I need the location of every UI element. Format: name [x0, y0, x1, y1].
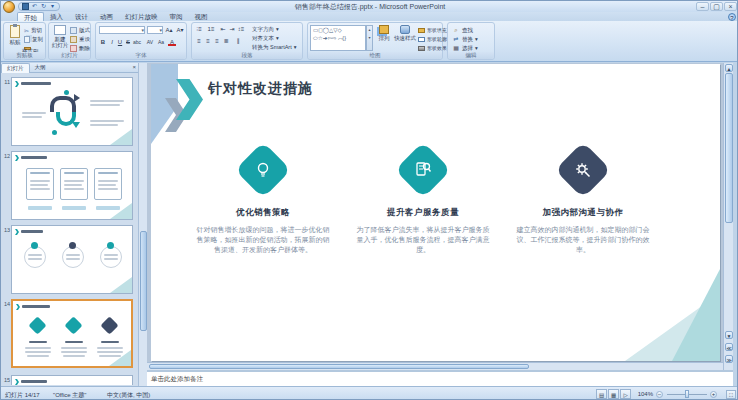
reset-button[interactable]: 重设: [70, 35, 90, 43]
status-bar: 幻灯片 14/17 "Office 主题" 中文(简体, 中国) ▤ ▦ ▷ 1…: [1, 386, 738, 400]
font-name-combo[interactable]: [99, 26, 145, 34]
convert-smartart-button[interactable]: 转换为 SmartArt▾: [252, 43, 297, 51]
horizontal-scrollbar[interactable]: [147, 362, 723, 370]
shape-outline-button[interactable]: 形状轮廓: [418, 35, 447, 43]
justify-button[interactable]: ≣: [222, 37, 230, 45]
tab-slideshow[interactable]: 幻灯片放映: [119, 12, 164, 21]
quick-styles-button[interactable]: 快速样式: [394, 25, 416, 53]
find-button[interactable]: ⌕ 查找: [452, 26, 473, 34]
slide-thumbnail-13[interactable]: [11, 225, 133, 294]
bold-button[interactable]: B: [99, 38, 107, 46]
new-slide-button[interactable]: 新建 幻灯片: [49, 25, 71, 53]
slide-thumbnail-12[interactable]: [11, 151, 133, 220]
slides-panel-scrollbar-thumb[interactable]: [140, 231, 147, 331]
numbering-button[interactable]: 1≡: [207, 25, 215, 33]
italic-button[interactable]: I: [108, 38, 116, 46]
align-center-button[interactable]: ≡: [204, 37, 212, 45]
slide-thumbnail-11[interactable]: [11, 77, 133, 146]
improvement-item-3[interactable]: 加强内部沟通与协作 建立高效的内部沟通机制，如定期的部门会议、工作汇报系统等，提…: [513, 142, 653, 255]
group-editing: ⌕ 查找 ⇄ 替换▾ ▦ 选择▾ 编辑: [447, 22, 495, 60]
zoom-level[interactable]: 104%: [638, 391, 653, 397]
lightbulb-icon: [253, 160, 273, 180]
vertical-scrollbar-thumb[interactable]: [725, 73, 733, 223]
arrange-button[interactable]: 排列: [374, 25, 394, 53]
restore-button[interactable]: ▢: [710, 2, 723, 11]
tab-view[interactable]: 视图: [189, 12, 214, 21]
text-direction-button[interactable]: 文字方向▾: [252, 25, 279, 33]
improvement-item-2[interactable]: 提升客户服务质量 为了降低客户流失率，将从提升客户服务质量入手，优化售后服务流程…: [353, 142, 493, 255]
slideshow-view-button[interactable]: ▷: [620, 389, 631, 399]
minimize-button[interactable]: –: [696, 2, 709, 11]
shapes-gallery[interactable]: ▭◻◯△▽◇ ⬭☆➔⇦⇨ ⌒{}: [310, 25, 366, 51]
zoom-slider-thumb[interactable]: [685, 390, 689, 398]
gear-wrench-icon: [573, 160, 593, 180]
align-right-button[interactable]: ≡: [213, 37, 221, 45]
help-icon[interactable]: ?: [728, 13, 736, 21]
thumbnail-number: 11: [3, 79, 10, 85]
tab-design[interactable]: 设计: [69, 12, 94, 21]
tab-review[interactable]: 审阅: [164, 12, 189, 21]
vertical-scrollbar[interactable]: ▲ ▼ ≪ ≫: [723, 63, 733, 370]
slide-title[interactable]: 针对性改进措施: [208, 80, 313, 98]
underline-button[interactable]: U: [116, 38, 124, 46]
delete-icon: [70, 45, 77, 52]
office-button[interactable]: [3, 1, 15, 13]
char-spacing-button[interactable]: AV: [146, 38, 154, 46]
slide-canvas[interactable]: 针对性改进措施 优化销售策略 针对销售增长放缓的问题，将进一步优化销售策略，如推…: [151, 64, 720, 361]
scroll-up-icon[interactable]: ▲: [725, 64, 733, 72]
group-clipboard: 粘贴 ✂ 剪切 复制 格式刷 剪贴板: [3, 22, 46, 60]
tab-animation[interactable]: 动画: [94, 12, 119, 21]
tab-home[interactable]: 开始: [17, 12, 44, 21]
columns-button[interactable]: ∥: [234, 37, 242, 45]
shapes-gallery-scrollbar[interactable]: ▴▾: [366, 25, 373, 51]
align-left-button[interactable]: ≡: [195, 37, 203, 45]
zoom-in-button[interactable]: +: [710, 391, 717, 398]
shrink-font-button[interactable]: A▾: [176, 26, 184, 34]
fit-to-window-button[interactable]: ⛶: [726, 390, 736, 399]
paste-icon: [10, 25, 20, 38]
tab-slides-thumbnails[interactable]: 幻灯片: [1, 63, 30, 73]
close-button[interactable]: ×: [724, 2, 737, 11]
find-icon: ⌕: [452, 26, 460, 34]
strikethrough-button[interactable]: S: [124, 38, 132, 46]
cut-button[interactable]: ✂ 剪切: [24, 26, 42, 34]
new-slide-icon: [54, 25, 66, 35]
slide-thumbnail-14-selected[interactable]: [11, 299, 133, 368]
slides-panel-scrollbar[interactable]: [138, 63, 147, 386]
slide-thumbnail-15[interactable]: [11, 375, 133, 385]
decrease-indent-button[interactable]: ⇤: [219, 25, 227, 33]
line-spacing-button[interactable]: ↕≡: [237, 25, 245, 33]
panel-close-icon[interactable]: ×: [132, 64, 136, 70]
zoom-out-button[interactable]: –: [656, 391, 663, 398]
improvement-item-1[interactable]: 优化销售策略 针对销售增长放缓的问题，将进一步优化销售策略，如推出新的促销活动，…: [193, 142, 333, 255]
select-button[interactable]: ▦ 选择▾: [452, 44, 478, 52]
replace-button[interactable]: ⇄ 替换▾: [452, 35, 478, 43]
tab-outline[interactable]: 大纲: [30, 63, 51, 73]
notes-placeholder[interactable]: 单击此处添加备注: [151, 375, 203, 384]
grow-font-button[interactable]: A▴: [165, 26, 173, 34]
shape-fill-button[interactable]: 形状填充: [418, 26, 447, 34]
font-color-button[interactable]: A: [168, 38, 176, 46]
font-size-combo[interactable]: [147, 26, 163, 34]
notes-pane[interactable]: 单击此处添加备注: [147, 370, 733, 386]
change-case-button[interactable]: Aa: [157, 38, 165, 46]
item-3-badge: [555, 142, 612, 199]
group-drawing: ▭◻◯△▽◇ ⬭☆➔⇦⇨ ⌒{} ▴▾ 排列 快速样式 形状填充 形状轮廓 形状…: [307, 22, 443, 60]
language-indicator[interactable]: 中文(简体, 中国): [107, 391, 150, 400]
delete-button[interactable]: 删除: [70, 44, 90, 52]
bullets-button[interactable]: ⁝≡: [195, 25, 203, 33]
horizontal-scrollbar-thumb[interactable]: [149, 364, 529, 369]
previous-slide-button[interactable]: ≪: [725, 343, 733, 351]
text-shadow-button[interactable]: abc: [133, 38, 141, 46]
increase-indent-button[interactable]: ⇥: [228, 25, 236, 33]
group-font: A▴ A▾ B I U S abc AV Aa A 字体: [95, 22, 187, 60]
shape-effects-button[interactable]: 形状效果: [418, 44, 447, 52]
tab-insert[interactable]: 插入: [44, 12, 69, 21]
scroll-down-icon[interactable]: ▼: [725, 331, 733, 339]
normal-view-button[interactable]: ▤: [596, 389, 607, 399]
slide-sorter-view-button[interactable]: ▦: [608, 389, 619, 399]
align-text-button[interactable]: 对齐文本▾: [252, 34, 279, 42]
copy-button[interactable]: 复制: [24, 35, 43, 43]
next-slide-button[interactable]: ≫: [725, 355, 733, 363]
layout-button[interactable]: 版式: [70, 26, 90, 34]
